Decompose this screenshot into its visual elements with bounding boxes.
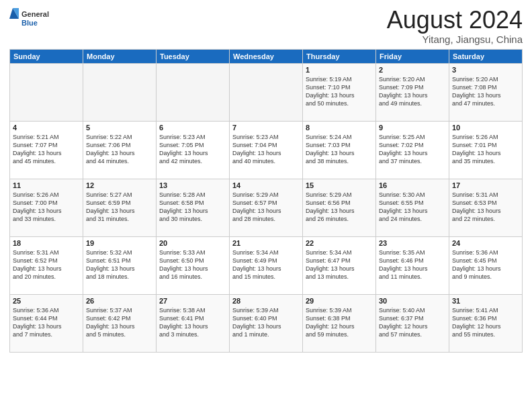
cell-info-text: Sunrise: 5:29 AM Sunset: 6:56 PM Dayligh… bbox=[306, 191, 373, 224]
calendar-cell bbox=[157, 63, 230, 121]
calendar-cell: 4Sunrise: 5:21 AM Sunset: 7:07 PM Daylig… bbox=[10, 121, 83, 179]
cell-info-text: Sunrise: 5:31 AM Sunset: 6:52 PM Dayligh… bbox=[13, 248, 80, 281]
weekday-header-wednesday: Wednesday bbox=[230, 49, 303, 63]
calendar-cell: 14Sunrise: 5:29 AM Sunset: 6:57 PM Dayli… bbox=[230, 179, 303, 236]
calendar-cell: 30Sunrise: 5:40 AM Sunset: 6:37 PM Dayli… bbox=[376, 294, 449, 352]
cell-info-text: Sunrise: 5:37 AM Sunset: 6:42 PM Dayligh… bbox=[86, 306, 153, 339]
calendar-cell: 12Sunrise: 5:27 AM Sunset: 6:59 PM Dayli… bbox=[83, 179, 157, 236]
cell-day-number: 7 bbox=[232, 124, 300, 132]
title-block: August 2024 Yitang, Jiangsu, China bbox=[387, 7, 523, 45]
logo-svg: General Blue bbox=[9, 7, 50, 31]
cell-info-text: Sunrise: 5:21 AM Sunset: 7:07 PM Dayligh… bbox=[13, 133, 80, 166]
cell-info-text: Sunrise: 5:39 AM Sunset: 6:38 PM Dayligh… bbox=[306, 306, 373, 339]
calendar-cell: 17Sunrise: 5:31 AM Sunset: 6:53 PM Dayli… bbox=[449, 179, 523, 236]
calendar-cell: 25Sunrise: 5:36 AM Sunset: 6:44 PM Dayli… bbox=[10, 294, 83, 352]
cell-day-number: 29 bbox=[306, 297, 373, 305]
logo: General Blue bbox=[9, 7, 50, 31]
cell-info-text: Sunrise: 5:32 AM Sunset: 6:51 PM Dayligh… bbox=[86, 248, 153, 281]
calendar-cell: 21Sunrise: 5:34 AM Sunset: 6:49 PM Dayli… bbox=[230, 236, 303, 294]
weekday-header-thursday: Thursday bbox=[303, 49, 376, 63]
cell-day-number: 22 bbox=[306, 239, 373, 247]
calendar-cell: 19Sunrise: 5:32 AM Sunset: 6:51 PM Dayli… bbox=[83, 236, 157, 294]
calendar-cell: 28Sunrise: 5:39 AM Sunset: 6:40 PM Dayli… bbox=[230, 294, 303, 352]
cell-day-number: 5 bbox=[86, 124, 153, 132]
cell-info-text: Sunrise: 5:25 AM Sunset: 7:02 PM Dayligh… bbox=[379, 133, 446, 166]
weekday-header-monday: Monday bbox=[83, 49, 157, 63]
cell-info-text: Sunrise: 5:23 AM Sunset: 7:04 PM Dayligh… bbox=[232, 133, 300, 166]
calendar-cell: 6Sunrise: 5:23 AM Sunset: 7:05 PM Daylig… bbox=[157, 121, 230, 179]
cell-day-number: 28 bbox=[232, 297, 300, 305]
cell-info-text: Sunrise: 5:31 AM Sunset: 6:53 PM Dayligh… bbox=[452, 191, 519, 224]
cell-day-number: 8 bbox=[306, 124, 373, 132]
location-title: Yitang, Jiangsu, China bbox=[387, 34, 523, 45]
calendar-cell: 24Sunrise: 5:36 AM Sunset: 6:45 PM Dayli… bbox=[449, 236, 523, 294]
cell-info-text: Sunrise: 5:26 AM Sunset: 7:00 PM Dayligh… bbox=[13, 191, 80, 224]
cell-day-number: 11 bbox=[13, 181, 80, 189]
calendar-cell: 5Sunrise: 5:22 AM Sunset: 7:06 PM Daylig… bbox=[83, 121, 157, 179]
calendar-cell: 8Sunrise: 5:24 AM Sunset: 7:03 PM Daylig… bbox=[303, 121, 376, 179]
cell-info-text: Sunrise: 5:41 AM Sunset: 6:36 PM Dayligh… bbox=[452, 306, 519, 339]
cell-day-number: 16 bbox=[379, 181, 446, 189]
page-header: General Blue August 2024 Yitang, Jiangsu… bbox=[9, 7, 523, 45]
calendar-cell: 11Sunrise: 5:26 AM Sunset: 7:00 PM Dayli… bbox=[10, 179, 83, 236]
cell-info-text: Sunrise: 5:33 AM Sunset: 6:50 PM Dayligh… bbox=[159, 248, 226, 281]
calendar-cell: 3Sunrise: 5:20 AM Sunset: 7:08 PM Daylig… bbox=[449, 63, 523, 121]
calendar-table: SundayMondayTuesdayWednesdayThursdayFrid… bbox=[9, 49, 523, 353]
calendar-cell: 23Sunrise: 5:35 AM Sunset: 6:46 PM Dayli… bbox=[376, 236, 449, 294]
cell-day-number: 6 bbox=[159, 124, 226, 132]
cell-info-text: Sunrise: 5:26 AM Sunset: 7:01 PM Dayligh… bbox=[452, 133, 519, 166]
calendar-cell: 2Sunrise: 5:20 AM Sunset: 7:09 PM Daylig… bbox=[376, 63, 449, 121]
calendar-cell: 29Sunrise: 5:39 AM Sunset: 6:38 PM Dayli… bbox=[303, 294, 376, 352]
calendar-cell: 15Sunrise: 5:29 AM Sunset: 6:56 PM Dayli… bbox=[303, 179, 376, 236]
cell-day-number: 20 bbox=[159, 239, 226, 247]
cell-day-number: 12 bbox=[86, 181, 153, 189]
cell-day-number: 23 bbox=[379, 239, 446, 247]
cell-info-text: Sunrise: 5:36 AM Sunset: 6:45 PM Dayligh… bbox=[452, 248, 519, 281]
cell-day-number: 19 bbox=[86, 239, 153, 247]
svg-text:Blue: Blue bbox=[21, 19, 38, 27]
cell-day-number: 10 bbox=[452, 124, 519, 132]
weekday-header-tuesday: Tuesday bbox=[157, 49, 230, 63]
cell-day-number: 27 bbox=[159, 297, 226, 305]
cell-info-text: Sunrise: 5:35 AM Sunset: 6:46 PM Dayligh… bbox=[379, 248, 446, 281]
cell-day-number: 1 bbox=[306, 66, 373, 74]
cell-day-number: 2 bbox=[379, 66, 446, 74]
cell-info-text: Sunrise: 5:20 AM Sunset: 7:08 PM Dayligh… bbox=[452, 75, 519, 108]
cell-day-number: 18 bbox=[13, 239, 80, 247]
cell-day-number: 25 bbox=[13, 297, 80, 305]
cell-day-number: 21 bbox=[232, 239, 300, 247]
calendar-cell bbox=[83, 63, 157, 121]
cell-day-number: 9 bbox=[379, 124, 446, 132]
cell-info-text: Sunrise: 5:19 AM Sunset: 7:10 PM Dayligh… bbox=[306, 75, 373, 108]
calendar-cell: 31Sunrise: 5:41 AM Sunset: 6:36 PM Dayli… bbox=[449, 294, 523, 352]
weekday-header-friday: Friday bbox=[376, 49, 449, 63]
weekday-header-sunday: Sunday bbox=[10, 49, 83, 63]
cell-day-number: 4 bbox=[13, 124, 80, 132]
cell-info-text: Sunrise: 5:20 AM Sunset: 7:09 PM Dayligh… bbox=[379, 75, 446, 108]
cell-day-number: 14 bbox=[232, 181, 300, 189]
cell-info-text: Sunrise: 5:36 AM Sunset: 6:44 PM Dayligh… bbox=[13, 306, 80, 339]
weekday-header-saturday: Saturday bbox=[449, 49, 523, 63]
cell-info-text: Sunrise: 5:30 AM Sunset: 6:55 PM Dayligh… bbox=[379, 191, 446, 224]
cell-info-text: Sunrise: 5:38 AM Sunset: 6:41 PM Dayligh… bbox=[159, 306, 226, 339]
cell-info-text: Sunrise: 5:24 AM Sunset: 7:03 PM Dayligh… bbox=[306, 133, 373, 166]
cell-info-text: Sunrise: 5:27 AM Sunset: 6:59 PM Dayligh… bbox=[86, 191, 153, 224]
calendar-cell: 26Sunrise: 5:37 AM Sunset: 6:42 PM Dayli… bbox=[83, 294, 157, 352]
cell-day-number: 31 bbox=[452, 297, 519, 305]
calendar-cell: 7Sunrise: 5:23 AM Sunset: 7:04 PM Daylig… bbox=[230, 121, 303, 179]
calendar-cell: 16Sunrise: 5:30 AM Sunset: 6:55 PM Dayli… bbox=[376, 179, 449, 236]
svg-text:General: General bbox=[21, 10, 49, 18]
month-title: August 2024 bbox=[387, 7, 523, 34]
cell-info-text: Sunrise: 5:28 AM Sunset: 6:58 PM Dayligh… bbox=[159, 191, 226, 224]
cell-day-number: 26 bbox=[86, 297, 153, 305]
cell-info-text: Sunrise: 5:22 AM Sunset: 7:06 PM Dayligh… bbox=[86, 133, 153, 166]
calendar-cell: 13Sunrise: 5:28 AM Sunset: 6:58 PM Dayli… bbox=[157, 179, 230, 236]
cell-day-number: 15 bbox=[306, 181, 373, 189]
cell-info-text: Sunrise: 5:40 AM Sunset: 6:37 PM Dayligh… bbox=[379, 306, 446, 339]
calendar-cell: 20Sunrise: 5:33 AM Sunset: 6:50 PM Dayli… bbox=[157, 236, 230, 294]
calendar-cell: 1Sunrise: 5:19 AM Sunset: 7:10 PM Daylig… bbox=[303, 63, 376, 121]
calendar-cell: 27Sunrise: 5:38 AM Sunset: 6:41 PM Dayli… bbox=[157, 294, 230, 352]
calendar-cell bbox=[10, 63, 83, 121]
cell-day-number: 3 bbox=[452, 66, 519, 74]
cell-info-text: Sunrise: 5:39 AM Sunset: 6:40 PM Dayligh… bbox=[232, 306, 300, 339]
